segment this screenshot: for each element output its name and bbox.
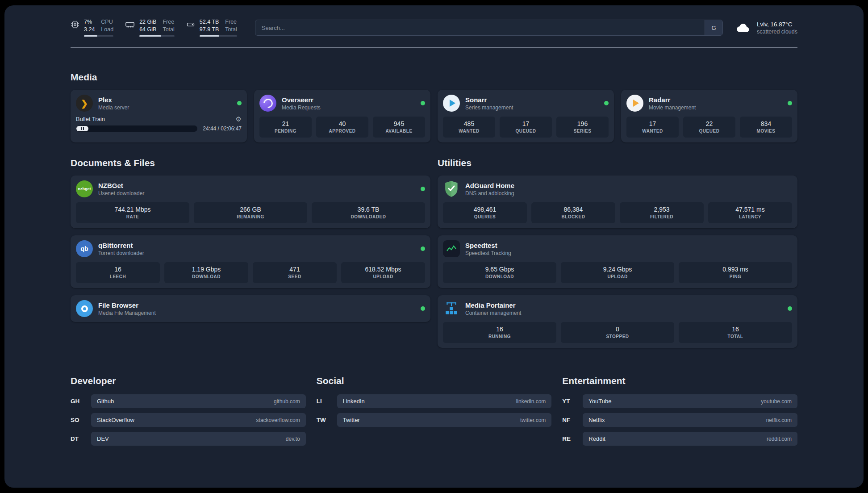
section-title-utilities: Utilities <box>438 158 797 168</box>
service-name: Radarr <box>649 96 696 104</box>
stat-tile: 0STOPPED <box>561 322 674 343</box>
nzbget-card[interactable]: nzbget NZBGet Usenet downloader 744.21 M… <box>71 175 430 228</box>
stat-tile: 266 GBREMAINING <box>194 202 307 223</box>
service-subtitle: Speedtest Tracking <box>465 250 511 256</box>
stat-tile: 498,461QUERIES <box>443 202 527 223</box>
speedtest-graph-icon <box>443 240 460 257</box>
bookmark-abbr: TW <box>317 417 337 423</box>
disk-label-top: Free <box>225 19 237 26</box>
bookmark-linkedin[interactable]: LI LinkedIn linkedin.com <box>317 394 552 408</box>
cpu-usage-bar <box>84 35 113 37</box>
stat-tile: 618.52 MbpsUPLOAD <box>341 262 425 283</box>
stat-tile: 16LEECH <box>76 262 160 283</box>
overseerr-icon <box>259 95 276 112</box>
bookmark-twitter[interactable]: TW Twitter twitter.com <box>317 413 552 427</box>
memory-icon <box>125 20 135 29</box>
bookmark-group-entertainment: Entertainment YT YouTube youtube.com NF … <box>562 376 797 451</box>
bookmark-abbr: LI <box>317 398 337 405</box>
stat-tile: 196SERIES <box>556 117 609 138</box>
nzbget-icon: nzbget <box>76 180 93 197</box>
status-dot <box>421 101 425 105</box>
status-dot <box>788 101 792 105</box>
service-subtitle: Media Requests <box>282 104 321 111</box>
dashboard-screen: 7% 3.24 CPU Load <box>4 5 864 488</box>
disk-total: 97.9 TB <box>200 26 219 33</box>
stat-tile: 86,384BLOCKED <box>531 202 615 223</box>
bookmark-name: DEV <box>97 435 109 442</box>
disk-free: 52.4 TB <box>200 19 219 26</box>
bookmark-domain: reddit.com <box>767 436 792 442</box>
now-playing-title: Bullet Train <box>76 116 105 122</box>
pause-icon[interactable] <box>76 126 88 131</box>
service-name: NZBGet <box>98 182 144 189</box>
sonarr-icon <box>443 95 460 112</box>
bookmark-domain: linkedin.com <box>516 398 546 405</box>
bookmark-stackoverflow[interactable]: SO StackOverflow stackoverflow.com <box>71 413 306 427</box>
gear-icon[interactable]: ⚙ <box>236 116 242 122</box>
stat-tile: 485WANTED <box>443 117 495 138</box>
portainer-crane-icon <box>443 300 460 317</box>
radarr-icon <box>626 95 643 112</box>
plex-card[interactable]: ❯ Plex Media server Bullet Train ⚙ <box>71 90 247 142</box>
section-title-developer: Developer <box>71 376 306 386</box>
qbittorrent-icon: qb <box>76 240 93 257</box>
speedtest-card[interactable]: Speedtest Speedtest Tracking 9.65 GbpsDO… <box>438 235 797 288</box>
search-input[interactable] <box>255 25 705 31</box>
adguard-shield-icon <box>443 180 460 197</box>
stat-tile: 2,953FILTERED <box>620 202 704 223</box>
service-subtitle: Usenet downloader <box>98 190 144 196</box>
section-title-entertainment: Entertainment <box>562 376 797 386</box>
qbittorrent-card[interactable]: qb qBittorrent Torrent downloader 16LEEC… <box>71 235 430 288</box>
disk-usage-bar <box>200 35 237 37</box>
service-name: Sonarr <box>465 96 513 104</box>
bookmark-domain: github.com <box>274 398 300 405</box>
bookmark-dev[interactable]: DT DEV dev.to <box>71 432 306 446</box>
stat-tile: 21PENDING <box>259 117 312 138</box>
cpu-loadavg: 3.24 <box>84 26 95 33</box>
bookmark-netflix[interactable]: NF Netflix netflix.com <box>562 413 797 427</box>
bookmark-abbr: YT <box>562 398 583 405</box>
bookmark-youtube[interactable]: YT YouTube youtube.com <box>562 394 797 408</box>
service-subtitle: Container management <box>465 310 521 316</box>
cloud-icon <box>735 22 751 33</box>
stat-tile: 17WANTED <box>626 117 679 138</box>
bookmark-github[interactable]: GH Github github.com <box>71 394 306 408</box>
filebrowser-icon <box>76 300 93 317</box>
memory-widget: 22 GiB 64 GiB Free Total <box>125 19 175 37</box>
radarr-card[interactable]: Radarr Movie management 17WANTED 22QUEUE… <box>621 90 797 142</box>
status-dot <box>421 306 425 311</box>
bookmark-name: StackOverflow <box>97 417 134 423</box>
stat-tile: 39.6 TBDOWNLOADED <box>312 202 425 223</box>
filebrowser-card[interactable]: File Browser Media File Management <box>71 295 430 322</box>
portainer-card[interactable]: Media Portainer Container management 16R… <box>438 295 797 348</box>
disk-label-bottom: Total <box>225 26 237 33</box>
weather-widget: Lviv, 16.87°C scattered clouds <box>735 21 797 35</box>
bookmark-name: Netflix <box>588 417 605 423</box>
bookmark-group-social: Social LI LinkedIn linkedin.com TW Twitt… <box>317 376 552 451</box>
service-name: File Browser <box>98 301 156 309</box>
playback-progress-bar[interactable] <box>76 125 197 132</box>
service-name: Media Portainer <box>465 301 521 309</box>
cpu-percent: 7% <box>84 19 95 26</box>
status-dot <box>421 246 425 251</box>
topbar: 7% 3.24 CPU Load <box>71 5 797 37</box>
bookmark-name: YouTube <box>588 398 611 405</box>
adguard-card[interactable]: AdGuard Home DNS and adblocking 498,461Q… <box>438 175 797 228</box>
stat-tile: 471SEED <box>253 262 337 283</box>
stat-tile: 17QUEUED <box>500 117 552 138</box>
stat-tile: 0.993 msPING <box>679 262 792 283</box>
section-title-social: Social <box>317 376 552 386</box>
overseerr-card[interactable]: Overseerr Media Requests 21PENDING 40APP… <box>254 90 430 142</box>
stat-tile: 9.65 GbpsDOWNLOAD <box>443 262 556 283</box>
bookmark-reddit[interactable]: RE Reddit reddit.com <box>562 432 797 446</box>
search-bar: G <box>255 20 723 36</box>
stat-tile: 22QUEUED <box>683 117 735 138</box>
bookmark-abbr: NF <box>562 417 583 423</box>
search-provider-button[interactable]: G <box>705 20 722 35</box>
status-dot <box>604 101 609 105</box>
memory-free: 22 GiB <box>139 19 156 26</box>
section-title-media: Media <box>71 72 797 83</box>
bookmark-domain: dev.to <box>286 436 300 442</box>
bookmark-abbr: GH <box>71 398 91 405</box>
sonarr-card[interactable]: Sonarr Series management 485WANTED 17QUE… <box>438 90 614 142</box>
